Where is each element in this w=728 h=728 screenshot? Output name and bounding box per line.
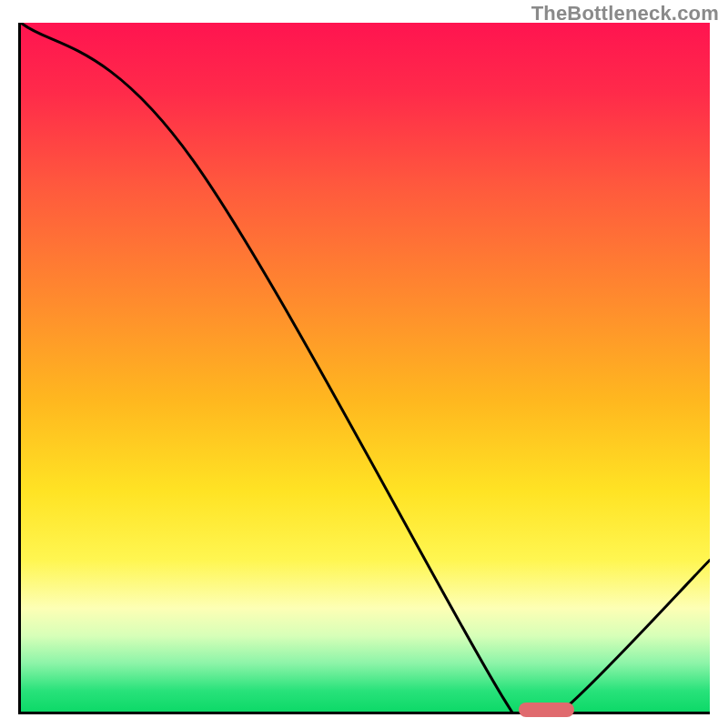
optimal-marker — [519, 703, 574, 717]
watermark-text: TheBottleneck.com — [531, 2, 719, 25]
curve-overlay — [21, 23, 710, 712]
chart-container: TheBottleneck.com — [0, 0, 728, 728]
bottleneck-curve-path — [21, 23, 710, 712]
plot-area — [18, 23, 710, 714]
